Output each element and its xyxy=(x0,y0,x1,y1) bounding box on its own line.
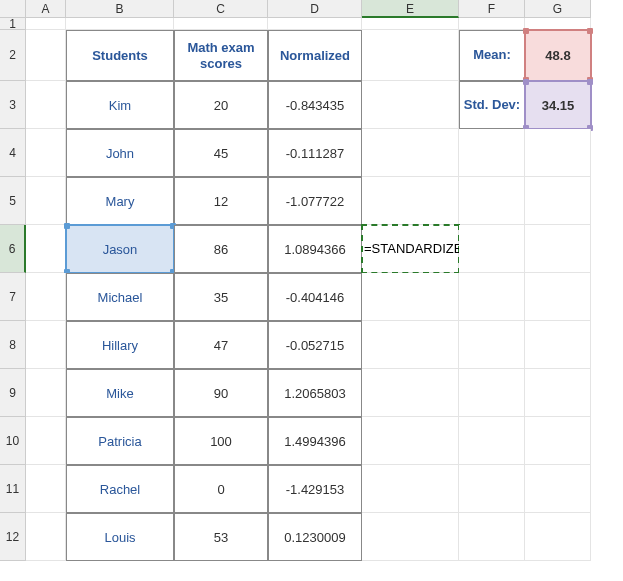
cell-A7[interactable] xyxy=(26,273,66,321)
cell-G9[interactable] xyxy=(525,369,591,417)
cell-F8[interactable] xyxy=(459,321,525,369)
row-header-6[interactable]: 6 xyxy=(0,225,26,273)
cell-D12[interactable]: 0.1230009 xyxy=(268,513,362,561)
cell-E9[interactable] xyxy=(362,369,459,417)
cell-E5[interactable] xyxy=(362,177,459,225)
cell-G6[interactable] xyxy=(525,225,591,273)
cell-B12[interactable]: Louis xyxy=(66,513,174,561)
cell-G7[interactable] xyxy=(525,273,591,321)
cell-E6[interactable]: =STANDARDIZE(B6;G2;G3) xyxy=(362,225,459,273)
cell-C5[interactable]: 12 xyxy=(174,177,268,225)
cell-A5[interactable] xyxy=(26,177,66,225)
cell-B3[interactable]: Kim xyxy=(66,81,174,129)
cell-F1[interactable] xyxy=(459,18,525,30)
cell-C4[interactable]: 45 xyxy=(174,129,268,177)
cell-A2[interactable] xyxy=(26,30,66,81)
cell-B11[interactable]: Rachel xyxy=(66,465,174,513)
cell-G12[interactable] xyxy=(525,513,591,561)
cell-D4[interactable]: -0.111287 xyxy=(268,129,362,177)
cell-D5[interactable]: -1.077722 xyxy=(268,177,362,225)
row-header-2[interactable]: 2 xyxy=(0,30,26,81)
cell-C3[interactable]: 20 xyxy=(174,81,268,129)
cell-D9[interactable]: 1.2065803 xyxy=(268,369,362,417)
row-header-12[interactable]: 12 xyxy=(0,513,26,561)
row-header-3[interactable]: 3 xyxy=(0,81,26,129)
cell-C12[interactable]: 53 xyxy=(174,513,268,561)
cell-D8[interactable]: -0.052715 xyxy=(268,321,362,369)
cell-B9[interactable]: Mike xyxy=(66,369,174,417)
cell-E11[interactable] xyxy=(362,465,459,513)
cell-F11[interactable] xyxy=(459,465,525,513)
cell-F6[interactable] xyxy=(459,225,525,273)
cell-B8[interactable]: Hillary xyxy=(66,321,174,369)
cell-C7[interactable]: 35 xyxy=(174,273,268,321)
cell-A4[interactable] xyxy=(26,129,66,177)
cell-B7[interactable]: Michael xyxy=(66,273,174,321)
col-header-F[interactable]: F xyxy=(459,0,525,18)
cell-F3[interactable]: Std. Dev: xyxy=(459,81,525,129)
cell-E8[interactable] xyxy=(362,321,459,369)
cell-D2[interactable]: Normalized xyxy=(268,30,362,81)
col-header-B[interactable]: B xyxy=(66,0,174,18)
col-header-D[interactable]: D xyxy=(268,0,362,18)
cell-G11[interactable] xyxy=(525,465,591,513)
row-header-1[interactable]: 1 xyxy=(0,18,26,30)
cell-A12[interactable] xyxy=(26,513,66,561)
cell-A10[interactable] xyxy=(26,417,66,465)
cell-G8[interactable] xyxy=(525,321,591,369)
cell-G4[interactable] xyxy=(525,129,591,177)
row-header-9[interactable]: 9 xyxy=(0,369,26,417)
row-header-11[interactable]: 11 xyxy=(0,465,26,513)
cell-C2[interactable]: Math exam scores xyxy=(174,30,268,81)
cell-A1[interactable] xyxy=(26,18,66,30)
cell-G3[interactable]: 34.15 xyxy=(525,81,591,129)
select-all-corner[interactable] xyxy=(0,0,26,18)
cell-G5[interactable] xyxy=(525,177,591,225)
cell-D10[interactable]: 1.4994396 xyxy=(268,417,362,465)
cell-B6[interactable]: Jason xyxy=(66,225,174,273)
cell-E10[interactable] xyxy=(362,417,459,465)
cell-C9[interactable]: 90 xyxy=(174,369,268,417)
cell-F2[interactable]: Mean: xyxy=(459,30,525,81)
cell-A11[interactable] xyxy=(26,465,66,513)
cell-B1[interactable] xyxy=(66,18,174,30)
cell-F12[interactable] xyxy=(459,513,525,561)
cell-G2[interactable]: 48.8 xyxy=(525,30,591,81)
cell-A9[interactable] xyxy=(26,369,66,417)
cell-C11[interactable]: 0 xyxy=(174,465,268,513)
row-header-8[interactable]: 8 xyxy=(0,321,26,369)
cell-E4[interactable] xyxy=(362,129,459,177)
cell-E12[interactable] xyxy=(362,513,459,561)
cell-F4[interactable] xyxy=(459,129,525,177)
cell-E2[interactable] xyxy=(362,30,459,81)
cell-C8[interactable]: 47 xyxy=(174,321,268,369)
cell-D6[interactable]: 1.0894366 xyxy=(268,225,362,273)
cell-G1[interactable] xyxy=(525,18,591,30)
row-header-10[interactable]: 10 xyxy=(0,417,26,465)
cell-D1[interactable] xyxy=(268,18,362,30)
cell-F10[interactable] xyxy=(459,417,525,465)
cell-B10[interactable]: Patricia xyxy=(66,417,174,465)
cell-C10[interactable]: 100 xyxy=(174,417,268,465)
cell-A6[interactable] xyxy=(26,225,66,273)
cell-E3[interactable] xyxy=(362,81,459,129)
row-header-7[interactable]: 7 xyxy=(0,273,26,321)
cell-F9[interactable] xyxy=(459,369,525,417)
cell-G10[interactable] xyxy=(525,417,591,465)
col-header-A[interactable]: A xyxy=(26,0,66,18)
col-header-C[interactable]: C xyxy=(174,0,268,18)
cell-E7[interactable] xyxy=(362,273,459,321)
row-header-5[interactable]: 5 xyxy=(0,177,26,225)
cell-B4[interactable]: John xyxy=(66,129,174,177)
cell-D7[interactable]: -0.404146 xyxy=(268,273,362,321)
cell-F5[interactable] xyxy=(459,177,525,225)
row-header-4[interactable]: 4 xyxy=(0,129,26,177)
cell-B5[interactable]: Mary xyxy=(66,177,174,225)
cell-A8[interactable] xyxy=(26,321,66,369)
cell-E1[interactable] xyxy=(362,18,459,30)
cell-D3[interactable]: -0.843435 xyxy=(268,81,362,129)
col-header-G[interactable]: G xyxy=(525,0,591,18)
cell-C1[interactable] xyxy=(174,18,268,30)
col-header-E[interactable]: E xyxy=(362,0,459,18)
cell-A3[interactable] xyxy=(26,81,66,129)
